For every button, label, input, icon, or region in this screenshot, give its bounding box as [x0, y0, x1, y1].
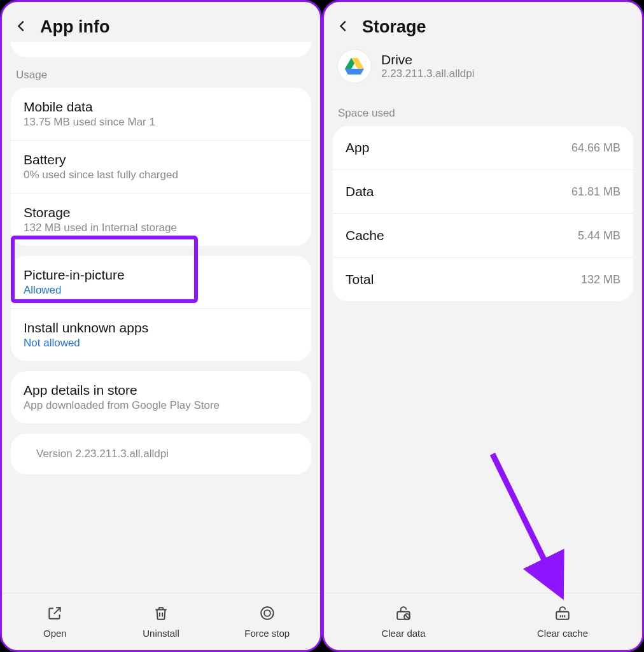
app-details-item[interactable]: App details in store App downloaded from…	[11, 371, 311, 423]
bottom-bar: Clear data Clear cache	[324, 593, 642, 650]
mobile-data-title: Mobile data	[24, 99, 298, 115]
mobile-data-item[interactable]: Mobile data 13.75 MB used since Mar 1	[11, 88, 311, 141]
clear-data-button[interactable]: Clear data	[324, 593, 483, 650]
phone-storage: Storage Drive 2.23.211.3.all.alldpi Spac…	[322, 0, 644, 652]
unknown-title: Install unknown apps	[24, 320, 298, 336]
version-card: Version 2.23.211.3.all.alldpi	[11, 434, 311, 474]
row-data-val: 61.81 MB	[571, 185, 620, 199]
svg-point-3	[264, 610, 270, 616]
prev-card-stub	[11, 42, 311, 57]
row-cache-val: 5.44 MB	[578, 229, 620, 243]
app-version: 2.23.211.3.all.alldpi	[381, 67, 475, 80]
row-total-val: 132 MB	[581, 273, 620, 287]
app-name: Drive	[381, 52, 475, 67]
drive-app-icon	[338, 50, 371, 83]
clear-data-icon	[395, 605, 412, 624]
permissions-card: Picture-in-picture Allowed Install unkno…	[11, 256, 311, 361]
trash-icon	[153, 605, 169, 624]
uninstall-button[interactable]: Uninstall	[108, 593, 214, 650]
battery-title: Battery	[24, 152, 298, 167]
row-total: Total 132 MB	[333, 258, 633, 301]
usage-card: Mobile data 13.75 MB used since Mar 1 Ba…	[11, 88, 311, 246]
uninstall-label: Uninstall	[143, 628, 179, 639]
section-space-label: Space used	[333, 96, 633, 126]
open-label: Open	[43, 628, 67, 639]
section-usage-label: Usage	[11, 57, 311, 88]
row-data: Data 61.81 MB	[333, 170, 633, 214]
row-cache-label: Cache	[346, 228, 384, 243]
back-icon[interactable]	[337, 19, 351, 36]
header: Storage	[324, 2, 642, 42]
bottom-bar: Open Uninstall Force stop	[2, 593, 320, 650]
pip-item[interactable]: Picture-in-picture Allowed	[11, 256, 311, 309]
unknown-sub: Not allowed	[24, 337, 298, 350]
row-app-val: 64.66 MB	[571, 141, 620, 155]
open-button[interactable]: Open	[2, 593, 108, 650]
row-app: App 64.66 MB	[333, 126, 633, 170]
clear-cache-icon	[554, 605, 571, 624]
page-title: App info	[40, 17, 109, 37]
phone-app-info: App info Usage Mobile data 13.75 MB used…	[0, 0, 322, 652]
details-title: App details in store	[24, 383, 298, 398]
force-stop-label: Force stop	[244, 628, 290, 639]
header: App info	[2, 2, 320, 42]
battery-sub: 0% used since last fully charged	[24, 169, 298, 181]
clear-data-label: Clear data	[381, 628, 425, 639]
page-title: Storage	[362, 17, 426, 37]
mobile-data-sub: 13.75 MB used since Mar 1	[24, 116, 298, 129]
svg-point-2	[261, 607, 274, 620]
details-sub: App downloaded from Google Play Store	[24, 399, 298, 412]
svg-line-8	[405, 615, 409, 618]
storage-title: Storage	[24, 205, 298, 220]
clear-cache-button[interactable]: Clear cache	[483, 593, 642, 650]
open-icon	[46, 605, 63, 624]
storage-item[interactable]: Storage 132 MB used in Internal storage	[11, 194, 311, 246]
version-text: Version 2.23.211.3.all.alldpi	[24, 448, 298, 460]
content-scroll[interactable]: Usage Mobile data 13.75 MB used since Ma…	[2, 42, 320, 593]
back-icon[interactable]	[15, 19, 29, 36]
row-cache: Cache 5.44 MB	[333, 214, 633, 258]
unknown-apps-item[interactable]: Install unknown apps Not allowed	[11, 309, 311, 361]
pip-sub: Allowed	[24, 284, 298, 297]
row-data-label: Data	[346, 184, 374, 199]
storage-sub: 132 MB used in Internal storage	[24, 222, 298, 234]
details-card: App details in store App downloaded from…	[11, 371, 311, 423]
row-total-label: Total	[346, 272, 374, 287]
content-scroll[interactable]: Drive 2.23.211.3.all.alldpi Space used A…	[324, 42, 642, 593]
pip-title: Picture-in-picture	[24, 267, 298, 283]
svg-marker-6	[345, 69, 364, 74]
space-used-card: App 64.66 MB Data 61.81 MB Cache 5.44 MB…	[333, 126, 633, 301]
battery-item[interactable]: Battery 0% used since last fully charged	[11, 141, 311, 194]
row-app-label: App	[346, 140, 369, 155]
clear-cache-label: Clear cache	[537, 628, 588, 639]
stop-icon	[259, 605, 276, 624]
force-stop-button[interactable]: Force stop	[214, 593, 320, 650]
app-header-row: Drive 2.23.211.3.all.alldpi	[333, 42, 633, 96]
